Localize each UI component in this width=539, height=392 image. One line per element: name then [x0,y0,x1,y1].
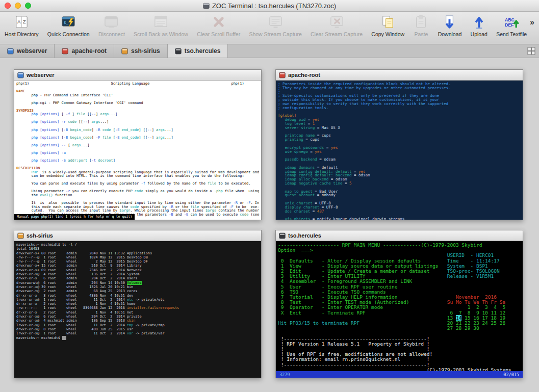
toolbar: AZHost Directory$_Quick ConnectionDiscon… [0,12,539,44]
terminal-line: php [options] [-B begin_code] -F file [-… [16,136,259,140]
toolbar-button-quick-connection[interactable]: $_Quick Connection [47,14,90,38]
terminal-line: dr-xr-xr-x 3 root wheel 4336 Nov 4 10:51… [16,294,259,298]
terminal-line: idmap negative cache time = 5 [278,181,521,186]
pager-status-bar: Manual page php(1) line 1 (press h for h… [14,214,135,220]
disconnect-icon [104,14,119,30]
session-icon [62,48,68,55]
terminal-icon [17,72,24,79]
terminal-line: drwxr-xr-x@ 4 mschmidt admin 136 Sep 15 … [16,319,259,323]
cursor-position-label: 02/015 [503,372,519,377]
session-icon [121,48,128,55]
copy-window-icon [380,14,396,30]
terminal-line: passdb backend = odsam [278,158,521,162]
pane-webserver-title: webserver [27,72,54,78]
terminal-line: mavericks:~ mschmidt$ ls -l / [16,243,259,247]
toolbar-button-label: Scroll Back as Window [134,31,188,37]
toolbar-button-host-directory[interactable]: AZHost Directory [4,14,39,38]
svg-text:Z: Z [23,19,26,24]
tab-tso-hercules[interactable]: tso.hercules [168,44,228,58]
terminal-line: php [options] -r code [[--] args...] [16,120,259,124]
man-page-content: php(1) Scripting Language php(1) NAME ph… [16,82,259,217]
terminal-line: drwxrwxr-x+ 15 root admin 510 Oct 9 2014… [16,264,259,268]
terminal-line: the eval() function. [16,194,259,198]
terminal-line: use spnego = yes [278,150,521,154]
toolbar-button-download[interactable]: Download [438,14,463,38]
toolbar-button-copy-window[interactable]: Copy Window [371,14,405,38]
terminal-type-label: 3279 [279,372,290,377]
terminal-line: php [options] -S addr:port [-t docroot] [16,159,259,163]
tile-windows-icon[interactable] [527,47,535,55]
tab-label: ssh-sirius [131,47,160,55]
terminal-line: -rw-r--r-- 1 root wheel 8394688 Jun 12 2… [16,306,259,310]
toolbar-button-label: Upload [471,31,487,37]
terminal-line: php [options] [ -f ] file [[--] args...] [16,113,259,117]
svg-text:A: A [17,19,21,24]
terminal-line: php - PHP Command Line Interface 'CLI' [16,94,259,98]
terminal-line: drwxr-xr-x 6 root admin 204 Oct 2 2014 U… [16,276,259,280]
toolbar-overflow-button[interactable]: » [527,18,537,27]
toolbar-button-label: Host Directory [5,31,39,37]
toolbar-button-paste: Paste [413,14,429,38]
terminal-line: lrwxr-xr-x@ 1 root wheel 11 Oct 2 2014 v… [16,331,259,335]
terminal-line [16,163,259,167]
terminal-line: dos charset = 437 [278,210,521,214]
minimize-button[interactable] [15,3,21,9]
terminal-line: drwxr-xr-x@ 39 root wheel 1326 Jul 20 10… [16,285,259,289]
terminal-line: --------------------- RPF MAIN MENU ----… [278,243,521,248]
pane-ssh-sirius-terminal[interactable]: mavericks:~ mschmidt$ ls -l /total 16453… [14,241,261,378]
terminal-line: total 16453 [16,247,259,251]
toolbar-button-label: Show Stream Capture [249,31,301,37]
pane-apache-root-terminal[interactable]: ; Parameters inside the required configu… [276,81,523,220]
terminal-line: drwxrwxrwt@ 6 root admin 204 Nov 14 10:5… [16,281,259,285]
terminal-line: php [options] [-B begin_code] -R code [-… [16,128,259,133]
tab-webserver[interactable]: webserver [0,44,55,58]
tab-label: apache-root [71,47,107,55]
terminal-line: ; They may be changed at any time by upg… [278,86,521,90]
svg-text:$_: $_ [64,20,69,25]
toolbar-button-clear-stream-capture: Clear Stream Capture [310,14,363,38]
terminal-line: dr-xr-xr-x 2 root wheel 1 Nov 4 10:51 ne… [16,310,259,315]
scroll-back-as-window-icon [153,14,169,30]
pane-tso-hercules-titlebar[interactable]: tso.hercules [276,230,523,241]
terminal-icon [279,72,286,79]
terminal-line: printing = cups [278,138,521,142]
session-area: webserver php(1) Scripting Language php(… [0,58,539,392]
window-title-group: ZOC Terminal : tso.hercules (TN3270.zoc) [203,2,336,10]
tn3270-status-bar: 3279 02/015 [276,371,523,378]
toolbar-button-send-textfile[interactable]: ABCDEFSend Textfile [496,14,527,38]
terminal-line: -rw-r--r--@ 1 root wheel 2 May 12 2015 D… [16,259,259,264]
pane-webserver-titlebar[interactable]: webserver [14,70,261,81]
pane-apache-root-titlebar[interactable]: apache-root [276,70,523,81]
terminal-line: can be embedded into HTML. This is the c… [16,174,259,178]
toolbar-button-upload[interactable]: Upload [470,14,488,38]
show-stream-capture-icon [268,14,284,30]
terminal-line: lrwxr-xr-x@ 1 root wheel 11 Oct 2 2014 e… [16,298,259,302]
toolbar-button-label: Quick Connection [47,31,90,37]
app-window-icon [203,3,210,9]
terminal-line: vfs objects = notify_kqueue,darwinacl,da… [278,217,521,220]
download-icon [442,14,457,30]
terminal-line [278,110,521,114]
terminal-line: drwxrwxr-t@ 2 root admin 68 Aug 25 2013 … [16,289,259,293]
terminal-line: drwxr-xr-x@ 4 root wheel 136 Oct 2 2014 … [16,272,259,276]
pane-ssh-sirius-titlebar[interactable]: ssh-sirius [14,230,261,241]
window-controls [5,3,31,9]
terminal-line: php(1) Scripting Language php(1) [16,82,259,86]
terminal-icon [17,232,24,239]
toolbar-button-show-stream-capture: Show Stream Capture [248,14,302,38]
zoom-button[interactable] [25,3,31,9]
tab-ssh-sirius[interactable]: ssh-sirius [114,44,168,58]
toolbar-button-label: Paste [414,31,428,37]
send-textfile-icon: ABCDEF [504,14,520,30]
tab-label: webserver [17,47,47,55]
close-button[interactable] [5,3,11,9]
terminal-line: php [options] -- [ args...] [16,144,259,148]
tab-apache-root[interactable]: apache-root [55,44,114,58]
svg-text:ABC: ABC [505,17,515,22]
pane-webserver-terminal[interactable]: php(1) Scripting Language php(1) NAME ph… [14,81,261,220]
window-titlebar: ZOC Terminal : tso.hercules (TN3270.zoc) [0,0,539,12]
terminal-line: mavericks:~ mschmidt$ [16,336,259,340]
pane-tso-hercules-terminal[interactable]: --------------------- RPF MAIN MENU ----… [276,241,523,378]
config-file-content: ; Parameters inside the required configu… [278,82,521,220]
session-icon [7,48,14,55]
